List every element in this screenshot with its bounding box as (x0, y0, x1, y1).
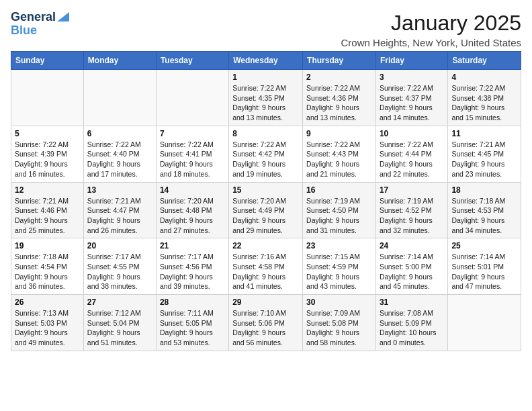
week-row-5: 26Sunrise: 7:13 AMSunset: 5:03 PMDayligh… (11, 295, 521, 351)
calendar-cell: 29Sunrise: 7:10 AMSunset: 5:06 PMDayligh… (229, 295, 303, 351)
day-info: Sunrise: 7:21 AMSunset: 4:47 PMDaylight:… (87, 197, 141, 234)
day-info: Sunrise: 7:22 AMSunset: 4:40 PMDaylight:… (87, 140, 141, 178)
day-number: 15 (232, 185, 299, 195)
logo-blue-text: Blue (11, 24, 37, 38)
calendar-cell: 7Sunrise: 7:22 AMSunset: 4:41 PMDaylight… (156, 126, 228, 182)
day-number: 16 (306, 185, 372, 195)
day-number: 3 (380, 73, 444, 82)
calendar-cell (11, 70, 84, 126)
weekday-header-wednesday: Wednesday (229, 52, 303, 70)
day-number: 7 (160, 129, 225, 138)
calendar-cell: 31Sunrise: 7:08 AMSunset: 5:09 PMDayligh… (375, 295, 447, 351)
day-number: 22 (232, 241, 299, 250)
day-number: 27 (87, 298, 152, 307)
weekday-header-tuesday: Tuesday (156, 52, 228, 70)
week-row-3: 12Sunrise: 7:21 AMSunset: 4:46 PMDayligh… (11, 182, 521, 238)
weekday-header-monday: Monday (83, 52, 156, 70)
title-section: January 2025 Crown Heights, New York, Un… (341, 11, 521, 48)
weekday-header-thursday: Thursday (303, 52, 376, 70)
day-number: 2 (306, 73, 372, 82)
day-info: Sunrise: 7:15 AMSunset: 4:59 PMDaylight:… (306, 253, 360, 290)
day-info: Sunrise: 7:22 AMSunset: 4:37 PMDaylight:… (380, 84, 433, 122)
day-number: 12 (15, 185, 80, 195)
day-info: Sunrise: 7:22 AMSunset: 4:42 PMDaylight:… (232, 140, 286, 178)
day-number: 19 (15, 241, 80, 250)
calendar-cell: 24Sunrise: 7:14 AMSunset: 5:00 PMDayligh… (375, 238, 447, 295)
day-info: Sunrise: 7:16 AMSunset: 4:58 PMDaylight:… (232, 253, 286, 290)
calendar-table: SundayMondayTuesdayWednesdayThursdayFrid… (11, 51, 521, 351)
day-info: Sunrise: 7:13 AMSunset: 5:03 PMDaylight:… (15, 309, 69, 347)
day-number: 1 (232, 73, 299, 82)
day-number: 24 (380, 241, 444, 250)
day-info: Sunrise: 7:14 AMSunset: 5:00 PMDaylight:… (380, 253, 433, 290)
calendar-cell: 17Sunrise: 7:19 AMSunset: 4:52 PMDayligh… (375, 182, 447, 238)
day-number: 30 (306, 298, 372, 307)
day-info: Sunrise: 7:18 AMSunset: 4:53 PMDaylight:… (451, 197, 505, 234)
day-number: 9 (306, 129, 372, 138)
calendar-cell: 18Sunrise: 7:18 AMSunset: 4:53 PMDayligh… (448, 182, 521, 238)
calendar-cell: 26Sunrise: 7:13 AMSunset: 5:03 PMDayligh… (11, 295, 84, 351)
day-info: Sunrise: 7:22 AMSunset: 4:41 PMDaylight:… (160, 140, 214, 178)
day-number: 17 (380, 185, 444, 195)
day-number: 8 (232, 129, 299, 138)
day-info: Sunrise: 7:17 AMSunset: 4:55 PMDaylight:… (87, 253, 141, 290)
day-number: 26 (15, 298, 80, 307)
day-number: 20 (87, 241, 152, 250)
logo-text: General (11, 11, 56, 24)
calendar-cell: 12Sunrise: 7:21 AMSunset: 4:46 PMDayligh… (11, 182, 84, 238)
day-number: 10 (380, 129, 444, 138)
page-subtitle: Crown Heights, New York, United States (341, 37, 521, 48)
day-info: Sunrise: 7:22 AMSunset: 4:44 PMDaylight:… (380, 140, 433, 178)
calendar-cell: 13Sunrise: 7:21 AMSunset: 4:47 PMDayligh… (83, 182, 156, 238)
day-number: 18 (451, 185, 517, 195)
calendar-cell (448, 295, 521, 351)
day-number: 5 (15, 129, 80, 138)
header: General Blue January 2025 Crown Heights,… (11, 11, 521, 48)
calendar-cell: 10Sunrise: 7:22 AMSunset: 4:44 PMDayligh… (375, 126, 447, 182)
day-info: Sunrise: 7:17 AMSunset: 4:56 PMDaylight:… (160, 253, 214, 290)
day-info: Sunrise: 7:18 AMSunset: 4:54 PMDaylight:… (15, 253, 69, 290)
day-info: Sunrise: 7:10 AMSunset: 5:06 PMDaylight:… (232, 309, 286, 347)
weekday-header-saturday: Saturday (448, 52, 521, 70)
calendar-cell: 14Sunrise: 7:20 AMSunset: 4:48 PMDayligh… (156, 182, 228, 238)
week-row-1: 1Sunrise: 7:22 AMSunset: 4:35 PMDaylight… (11, 70, 521, 126)
day-info: Sunrise: 7:21 AMSunset: 4:45 PMDaylight:… (451, 140, 505, 178)
day-info: Sunrise: 7:22 AMSunset: 4:38 PMDaylight:… (451, 84, 505, 122)
calendar-cell: 9Sunrise: 7:22 AMSunset: 4:43 PMDaylight… (303, 126, 376, 182)
day-number: 11 (451, 129, 517, 138)
day-info: Sunrise: 7:22 AMSunset: 4:39 PMDaylight:… (15, 140, 69, 178)
day-number: 29 (232, 298, 299, 307)
weekday-header-sunday: Sunday (11, 52, 84, 70)
calendar-cell: 4Sunrise: 7:22 AMSunset: 4:38 PMDaylight… (448, 70, 521, 126)
day-info: Sunrise: 7:09 AMSunset: 5:08 PMDaylight:… (306, 309, 360, 347)
calendar-cell: 15Sunrise: 7:20 AMSunset: 4:49 PMDayligh… (229, 182, 303, 238)
day-info: Sunrise: 7:22 AMSunset: 4:36 PMDaylight:… (306, 84, 360, 122)
calendar-cell (156, 70, 228, 126)
calendar-cell: 28Sunrise: 7:11 AMSunset: 5:05 PMDayligh… (156, 295, 228, 351)
weekday-header-friday: Friday (375, 52, 447, 70)
calendar-cell: 27Sunrise: 7:12 AMSunset: 5:04 PMDayligh… (83, 295, 156, 351)
calendar-cell: 6Sunrise: 7:22 AMSunset: 4:40 PMDaylight… (83, 126, 156, 182)
day-info: Sunrise: 7:21 AMSunset: 4:46 PMDaylight:… (15, 197, 69, 234)
svg-marker-0 (57, 12, 69, 21)
day-number: 21 (160, 241, 225, 250)
calendar-cell: 8Sunrise: 7:22 AMSunset: 4:42 PMDaylight… (229, 126, 303, 182)
day-info: Sunrise: 7:22 AMSunset: 4:35 PMDaylight:… (232, 84, 286, 122)
day-number: 6 (87, 129, 152, 138)
week-row-2: 5Sunrise: 7:22 AMSunset: 4:39 PMDaylight… (11, 126, 521, 182)
day-info: Sunrise: 7:12 AMSunset: 5:04 PMDaylight:… (87, 309, 141, 347)
day-info: Sunrise: 7:22 AMSunset: 4:43 PMDaylight:… (306, 140, 360, 178)
day-number: 13 (87, 185, 152, 195)
day-number: 25 (451, 241, 517, 250)
calendar-cell: 5Sunrise: 7:22 AMSunset: 4:39 PMDaylight… (11, 126, 84, 182)
day-info: Sunrise: 7:19 AMSunset: 4:50 PMDaylight:… (306, 197, 360, 234)
day-info: Sunrise: 7:11 AMSunset: 5:05 PMDaylight:… (160, 309, 214, 347)
day-info: Sunrise: 7:20 AMSunset: 4:48 PMDaylight:… (160, 197, 214, 234)
calendar-cell: 20Sunrise: 7:17 AMSunset: 4:55 PMDayligh… (83, 238, 156, 295)
calendar-cell: 11Sunrise: 7:21 AMSunset: 4:45 PMDayligh… (448, 126, 521, 182)
calendar-cell: 3Sunrise: 7:22 AMSunset: 4:37 PMDaylight… (375, 70, 447, 126)
day-info: Sunrise: 7:08 AMSunset: 5:09 PMDaylight:… (380, 309, 437, 347)
calendar-cell: 21Sunrise: 7:17 AMSunset: 4:56 PMDayligh… (156, 238, 228, 295)
calendar-cell: 19Sunrise: 7:18 AMSunset: 4:54 PMDayligh… (11, 238, 84, 295)
day-info: Sunrise: 7:19 AMSunset: 4:52 PMDaylight:… (380, 197, 433, 234)
